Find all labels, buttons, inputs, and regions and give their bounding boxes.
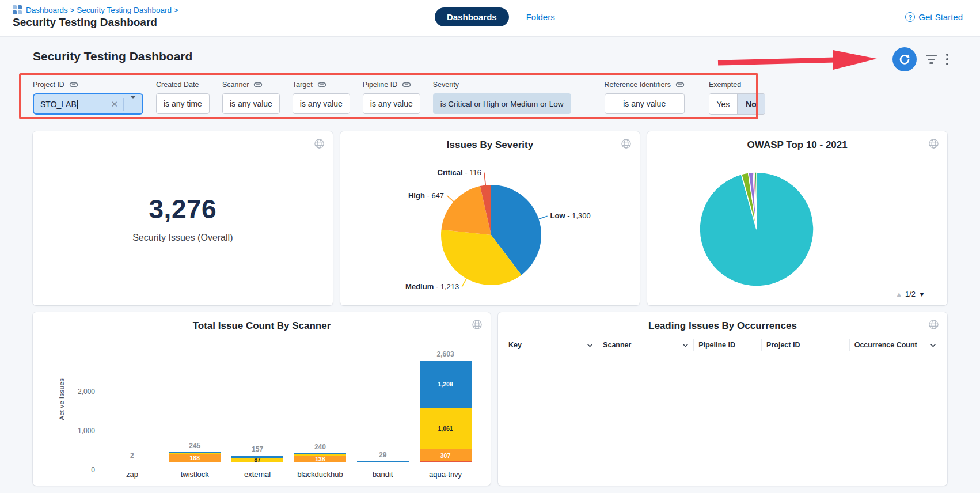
bar-segment-medium: 1,061 xyxy=(420,408,472,449)
breadcrumb-link[interactable]: Security Testing Dashboard xyxy=(77,6,172,14)
bar-total-label: 240 xyxy=(314,443,326,451)
segment-value-label: 1,208 xyxy=(438,381,453,388)
filter-value-button[interactable]: is any time xyxy=(156,93,210,114)
tab-dashboards[interactable]: Dashboards xyxy=(435,7,509,26)
annotation-arrow xyxy=(716,46,884,75)
x-category-label: aqua-trivy xyxy=(414,470,477,479)
link-icon xyxy=(69,82,78,88)
filter-value-button[interactable]: is Critical or High or Medium or Low xyxy=(433,93,571,114)
segment-value-label: 138 xyxy=(315,456,325,462)
breadcrumb: Dashboards > Security Testing Dashboard … xyxy=(13,5,178,14)
chart-title: Total Issue Count By Scanner xyxy=(33,320,491,332)
cards-row-2: Total Issue Count By Scanner Active Issu… xyxy=(33,312,947,486)
toggle-option-yes[interactable]: Yes xyxy=(709,94,737,114)
filter-value-button[interactable]: is any value xyxy=(222,93,280,114)
column-header-project-id[interactable]: Project ID xyxy=(762,339,850,351)
breadcrumb-separator: > xyxy=(174,6,178,14)
filter-button[interactable] xyxy=(926,55,937,64)
table-body-empty xyxy=(504,354,941,477)
filter-scanner: Scanner is any value xyxy=(222,80,280,114)
x-category-label: zap xyxy=(101,470,164,479)
breadcrumb-link[interactable]: Dashboards xyxy=(26,6,68,14)
filter-label: Scanner xyxy=(222,81,249,89)
bar-segment-low xyxy=(357,461,409,462)
card-total-issue-count-by-scanner: Total Issue Count By Scanner Active Issu… xyxy=(33,312,491,486)
filter-value-button[interactable]: is any value xyxy=(293,93,350,114)
filter-exempted: ExemptedYesNo xyxy=(709,80,765,115)
bar-segment-low xyxy=(106,462,158,463)
chart-title: OWASP Top 10 - 2021 xyxy=(647,139,947,151)
page-title: Security Testing Dashboard xyxy=(13,16,157,29)
chart-title: Issues By Severity xyxy=(340,139,640,151)
page-indicator: 1/2 xyxy=(905,290,916,298)
filter-value-input[interactable]: STO_LAB xyxy=(34,100,105,109)
filter-label: Reference Identifiers xyxy=(605,81,671,89)
filter-label: Pipeline ID xyxy=(363,81,397,89)
bar-total-label: 2 xyxy=(130,452,134,460)
x-category-label: blackduckhub xyxy=(288,470,351,479)
issues-by-severity-pie: Low - 1,300 Medium - 1,213 High - 647 Cr… xyxy=(340,154,640,303)
dropdown-caret-icon[interactable] xyxy=(124,99,142,109)
column-header-occurrence-count[interactable]: Occurrence Count xyxy=(850,339,941,351)
x-category-label: external xyxy=(226,470,289,479)
filter-bar: Project ID STO_LAB ✕ Created Dateis any … xyxy=(33,80,778,115)
bar-external: 157 87 xyxy=(226,445,289,462)
bar-bandit: 29 xyxy=(351,451,414,462)
refresh-icon xyxy=(898,53,911,66)
card-leading-issues-by-occurrences: Leading Issues By Occurrences Key Scanne… xyxy=(498,312,947,486)
app-header: Dashboards > Security Testing Dashboard … xyxy=(0,0,980,37)
filter-label: Project ID xyxy=(33,81,64,89)
table-header-row: Key Scanner Pipeline ID Project ID Occur… xyxy=(504,337,941,352)
card-security-issues-overall: 3,276 Security Issues (Overall) xyxy=(33,131,333,305)
breadcrumb-separator: > xyxy=(70,6,77,14)
bar-segment-critical xyxy=(420,461,472,462)
bar-segment-critical xyxy=(169,462,221,463)
kebab-menu-icon xyxy=(946,54,949,66)
get-started-link[interactable]: ? Get Started xyxy=(905,12,963,22)
bar-aqua-trivy: 2,603 3071,0611,208 xyxy=(414,350,477,462)
link-icon xyxy=(675,82,685,88)
bar-segment-low xyxy=(294,453,346,454)
header-tabs: DashboardsFolders xyxy=(435,7,555,26)
sort-chevron-icon xyxy=(930,343,936,347)
filter-label: Exempted xyxy=(709,81,741,89)
bar-total-label: 245 xyxy=(189,442,200,450)
clear-icon[interactable]: ✕ xyxy=(105,99,123,109)
y-axis-label: Active Issues xyxy=(58,378,65,420)
filter-pipeline-id: Pipeline ID is any value xyxy=(363,80,420,114)
y-tick-label: 0 xyxy=(91,466,95,474)
filter-value-button[interactable]: is any value xyxy=(363,93,420,114)
card-owasp-top10: OWASP Top 10 - 2021 ▲ 1/2 ▼ xyxy=(647,131,947,305)
segment-value-label: 307 xyxy=(440,453,451,459)
more-options-button[interactable] xyxy=(946,54,949,66)
bar-series: 2 245 188 157 87 240 138 29 2,603 3071,0… xyxy=(101,344,477,462)
y-tick-label: 2,000 xyxy=(78,388,95,396)
exempted-toggle: YesNo xyxy=(709,93,765,115)
x-category-label: bandit xyxy=(351,470,414,479)
x-axis-labels: zaptwistlockexternalblackduckhubbanditaq… xyxy=(101,470,477,479)
bar-segment-medium xyxy=(169,453,221,454)
refresh-button[interactable] xyxy=(892,47,917,71)
filter-label: Target xyxy=(293,81,313,89)
overall-issue-label: Security Issues (Overall) xyxy=(132,233,233,243)
segment-value-label: 1,061 xyxy=(438,426,453,432)
page-down-icon[interactable]: ▼ xyxy=(918,290,925,298)
filter-value-button[interactable]: is any value xyxy=(605,93,685,114)
filter-label: Severity xyxy=(433,81,459,89)
column-header-pipeline-id[interactable]: Pipeline ID xyxy=(694,339,762,351)
card-issues-by-severity: Issues By Severity Low - 1,300 Medium - … xyxy=(340,131,640,305)
scanner-bar-chart: 0 1,000 2,000 2 245 188 157 87 240 138 2… xyxy=(101,344,477,462)
bar-zap: 2 xyxy=(101,452,164,463)
question-circle-icon: ? xyxy=(905,12,915,22)
page-up-icon[interactable]: ▲ xyxy=(895,290,902,298)
bar-total-label: 29 xyxy=(379,451,386,459)
column-header-scanner[interactable]: Scanner xyxy=(598,339,694,351)
column-header-key[interactable]: Key xyxy=(504,339,598,351)
tab-folders[interactable]: Folders xyxy=(526,12,555,22)
project-id-combobox[interactable]: STO_LAB ✕ xyxy=(33,93,143,115)
filter-target: Target is any value xyxy=(293,80,350,114)
pie-pagination: ▲ 1/2 ▼ xyxy=(895,290,925,298)
filter-created-date: Created Dateis any time xyxy=(156,80,210,114)
y-tick-label: 1,000 xyxy=(78,427,95,435)
toggle-option-no[interactable]: No xyxy=(737,94,765,114)
